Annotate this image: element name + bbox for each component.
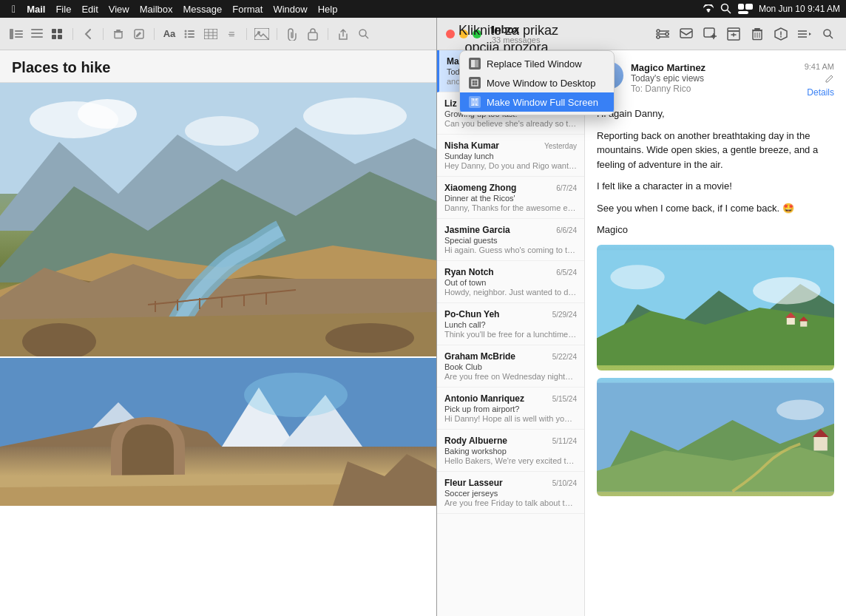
message-item[interactable]: Graham McBride 5/22/24 Book Club Are you… [437, 345, 584, 387]
close-button[interactable] [446, 30, 455, 38]
search-left-icon[interactable] [356, 28, 371, 40]
spam-icon[interactable] [772, 25, 790, 43]
mail-toolbar-actions [654, 25, 837, 43]
message-item[interactable]: Jasmine Garcia 6/6/24 Special guests Hi … [437, 219, 584, 261]
main-layout: Aa ≡ [0, 18, 846, 616]
email-meta: Magico Martinez Today's epic views To: D… [631, 62, 805, 94]
archive-icon[interactable] [725, 25, 742, 43]
context-menu-item-replace[interactable]: Replace Tiled Window [460, 54, 614, 73]
message-subject: Special guests [444, 236, 577, 245]
mail-toolbar: Inbox 33 messages [437, 18, 846, 50]
delete-icon[interactable] [111, 28, 126, 40]
svg-rect-18 [115, 32, 122, 38]
compose-mail-icon[interactable] [677, 25, 695, 43]
svg-point-88 [824, 30, 830, 36]
message-time: 6/7/24 [556, 184, 577, 192]
email-paragraph: I felt like a character in a movie! [597, 179, 834, 194]
svg-rect-7 [15, 33, 23, 35]
message-preview: Think you'll be free for a lunchtime cha… [444, 330, 577, 339]
svg-point-20 [185, 30, 187, 32]
menubar-view[interactable]: View [104, 0, 135, 18]
email-paragraph: Hi again Danny, [597, 106, 834, 121]
toolbar-separator-1 [72, 28, 73, 40]
message-preview: Hey Danny, Do you and Rigo want to come … [444, 161, 577, 170]
menubar-mail[interactable]: Mail [21, 0, 50, 18]
svg-rect-107 [813, 437, 827, 450]
svg-rect-90 [471, 60, 475, 67]
search-menubar-icon[interactable] [720, 3, 732, 15]
left-title-area: Places to hike [0, 50, 436, 83]
share-icon[interactable] [336, 28, 351, 40]
minimize-button[interactable] [459, 30, 468, 38]
menubar-window[interactable]: Window [268, 0, 312, 18]
message-preview: Can you believe she's already so tall? P… [444, 119, 577, 128]
new-mail-icon[interactable] [701, 25, 719, 43]
message-subject: Soccer jerseys [444, 489, 577, 498]
control-center-icon[interactable] [738, 4, 753, 14]
svg-rect-26 [204, 29, 217, 39]
message-subject: Lunch call? [444, 320, 577, 329]
right-panel: Inbox 33 messages [436, 18, 846, 616]
font-icon[interactable]: Aa [162, 28, 177, 40]
email-details-link[interactable]: Details [807, 87, 834, 98]
message-list[interactable]: Magico Martinez 9:41 AM Today's epic vie… [437, 50, 585, 616]
message-item[interactable]: Xiaomeng Zhong 6/7/24 Dinner at the Rico… [437, 177, 584, 219]
mail-search-icon[interactable] [819, 25, 837, 43]
svg-rect-15 [58, 35, 62, 39]
email-to: To: Danny Rico [631, 84, 805, 94]
menubar-file[interactable]: File [50, 0, 76, 18]
menubar-edit[interactable]: Edit [76, 0, 103, 18]
inbox-title: Inbox [492, 24, 540, 35]
attach-icon[interactable] [285, 28, 300, 40]
message-subject: Sunday lunch [444, 152, 577, 160]
svg-line-35 [365, 35, 368, 38]
grid-view-icon[interactable] [50, 28, 65, 40]
message-preview: Are you free Friday to talk about the ne… [444, 498, 577, 507]
traffic-lights [446, 30, 481, 38]
menubar-help[interactable]: Help [313, 0, 343, 18]
message-item[interactable]: Antonio Manriquez 5/15/24 Pick up from a… [437, 387, 584, 430]
message-item[interactable]: Ryan Notch 6/5/24 Out of town Howdy, nei… [437, 261, 584, 303]
image-icon[interactable] [254, 28, 269, 40]
message-preview: Hi again. Guess who's coming to town wit… [444, 246, 577, 254]
filter-icon[interactable] [654, 25, 671, 43]
svg-rect-12 [52, 29, 56, 33]
sidebar-toggle-icon[interactable] [9, 28, 24, 40]
compose-icon[interactable] [132, 28, 146, 40]
list-style-icon[interactable] [183, 28, 197, 40]
apple-menu[interactable]:  [6, 3, 21, 15]
svg-rect-3 [745, 4, 753, 10]
svg-point-106 [776, 399, 824, 420]
list-view-icon[interactable] [30, 28, 44, 40]
more-icon[interactable] [796, 25, 813, 43]
svg-point-39 [185, 116, 259, 146]
svg-point-40 [303, 98, 407, 135]
message-item[interactable]: Po-Chun Yeh 5/29/24 Lunch call? Think yo… [437, 303, 584, 345]
move-window-icon [469, 77, 481, 89]
lock-icon[interactable] [305, 28, 320, 40]
table-icon[interactable] [203, 28, 218, 40]
menubar-message[interactable]: Message [178, 0, 228, 18]
menubar-format[interactable]: Format [227, 0, 268, 18]
fullscreen-button[interactable] [473, 30, 481, 38]
message-item[interactable]: Fleur Lasseur 5/10/24 Soccer jerseys Are… [437, 472, 584, 514]
message-sender: Jasmine Garcia [444, 225, 510, 235]
menubar-mailbox[interactable]: Mailbox [135, 0, 178, 18]
context-menu-item-move[interactable]: Move Window to Desktop [460, 73, 614, 92]
menubar:  Mail File Edit View Mailbox Message Fo… [0, 0, 846, 18]
strikethrough-icon[interactable]: ≡ [224, 28, 239, 40]
left-panel-title: Places to hike [12, 59, 424, 76]
back-icon[interactable] [81, 28, 95, 40]
svg-rect-33 [308, 33, 317, 40]
trash-mail-icon[interactable] [748, 25, 766, 43]
sender-name: Magico Martinez [631, 62, 805, 73]
svg-rect-56 [0, 358, 436, 447]
email-detail: M Magico Martinez Today's epic views To:… [585, 50, 846, 616]
message-item[interactable]: Nisha Kumar Yesterday Sunday lunch Hey D… [437, 135, 584, 177]
svg-rect-16 [116, 30, 121, 31]
message-sender: Nisha Kumar [444, 141, 499, 151]
menubar-right: Mon Jun 10 9:41 AM [703, 3, 840, 15]
message-item[interactable]: Rody Albuerne 5/11/24 Baking workshop He… [437, 430, 584, 472]
svg-rect-5 [10, 29, 13, 39]
context-menu-item-fullscreen[interactable]: Make Window Full Screen [460, 92, 614, 112]
